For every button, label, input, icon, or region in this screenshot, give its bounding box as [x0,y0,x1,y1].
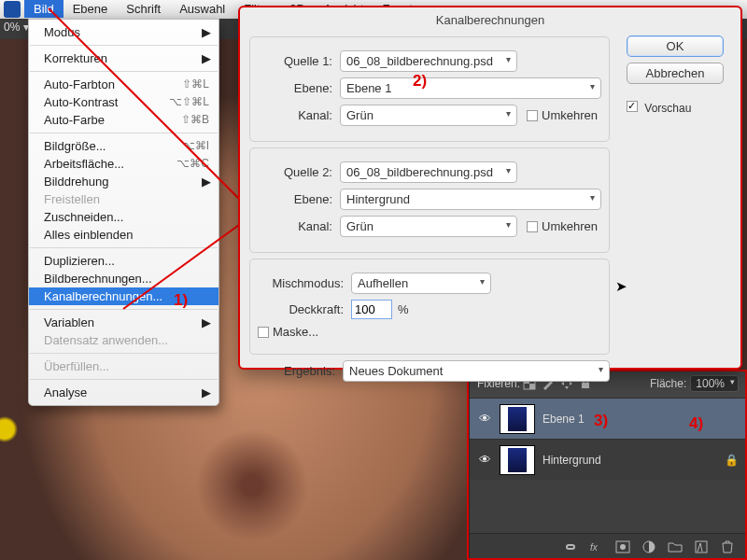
adjustment-icon[interactable] [641,539,657,555]
source1-invert-checkbox[interactable] [527,110,538,121]
layer-row-hintergrund[interactable]: 👁 Hintergrund 🔒 [470,439,746,480]
blend-mode-select[interactable]: Aufhellen [351,273,491,294]
annotation-2: 2) [413,73,427,89]
preview-checkbox[interactable] [627,101,638,112]
visibility-icon[interactable]: 👁 [477,453,492,467]
layer-name[interactable]: Hintergrund [543,454,725,467]
menu-item[interactable]: Alles einblenden [29,226,218,244]
percent-label: % [398,302,409,316]
menu-item[interactable]: Analyse▶ [29,384,218,401]
menu-item[interactable]: Auto-Farbe⇧⌘B [29,111,218,129]
blend-label: Mischmodus: [258,276,344,290]
layer-thumbnail [500,404,535,434]
lock-icon: 🔒 [725,454,739,467]
app-icon [4,1,21,18]
result-label: Ergebnis: [249,364,335,378]
menu-item[interactable]: Bildgröße...⌥⌘I [29,137,218,155]
menu-item: Freistellen [29,190,218,208]
source1-layer-select[interactable]: Ebene 1 [340,77,601,99]
menu-auswahl[interactable]: Auswahl [170,0,234,18]
zoom-percent[interactable]: 0% ▾ [4,21,29,34]
menu-item[interactable]: Korrekturen▶ [29,49,218,67]
svg-rect-2 [529,384,535,389]
mask-label: Maske... [273,325,318,339]
mask-checkbox[interactable] [258,327,269,338]
result-select[interactable]: Neues Dokument [343,360,610,382]
source1-file-select[interactable]: 06_08_bildberechnung.psd [340,50,517,72]
layer-thumbnail [500,445,535,475]
annotation-3: 3) [594,413,608,428]
source1-invert-label: Umkehren [542,108,598,122]
layers-bottom-bar: fx [470,533,746,559]
source1-panel: Quelle 1: 06_08_bildberechnung.psd Ebene… [249,36,610,142]
source2-layer-label: Ebene: [258,192,332,206]
menu-item[interactable]: Kanalberechnungen... [29,287,218,305]
menu-item[interactable]: Bildberechnungen... [29,270,218,287]
svg-point-6 [620,544,626,550]
opacity-label: Deckkraft: [258,302,344,316]
bild-dropdown: Modus▶Korrekturen▶Auto-Farbton⇧⌘LAuto-Ko… [28,19,219,406]
dialog-title: Kanalberechnungen [240,7,740,31]
blend-panel: Mischmodus: Aufhellen Deckkraft: % Maske… [249,259,610,355]
source2-label: Quelle 2: [258,165,332,179]
source1-label: Quelle 1: [258,54,332,68]
menu-item[interactable]: Auto-Kontrast⌥⇧⌘L [29,93,218,111]
dialog-buttons: OK Abbrechen Vorschau [619,35,731,115]
source2-layer-select[interactable]: Hintergrund [340,189,601,210]
annotation-4: 4) [689,415,703,431]
fx-icon[interactable]: fx [588,539,605,555]
link-icon[interactable] [562,539,579,555]
preview-label: Vorschau [644,102,691,115]
fill-select[interactable]: 100% [690,375,739,392]
svg-text:fx: fx [590,542,599,553]
menu-ebene[interactable]: Ebene [63,0,118,18]
menu-item[interactable]: Zuschneiden... [29,208,218,226]
new-layer-icon[interactable] [693,539,710,555]
menu-item: Datensatz anwenden... [29,331,218,349]
group-icon[interactable] [667,539,684,555]
source2-channel-label: Kanal: [258,219,332,233]
source2-file-select[interactable]: 06_08_bildberechnung.psd [340,161,517,183]
source2-channel-select[interactable]: Grün [340,216,517,237]
menu-schrift[interactable]: Schrift [117,0,170,18]
opacity-input[interactable] [351,300,392,319]
source2-invert-checkbox[interactable] [527,221,538,232]
source1-channel-label: Kanal: [258,108,332,122]
annotation-1: 1) [174,292,188,308]
menu-item[interactable]: Variablen▶ [29,314,218,331]
menu-item[interactable]: Bilddrehung▶ [29,173,218,190]
source1-channel-select[interactable]: Grün [340,105,517,126]
trash-icon[interactable] [719,539,736,555]
calculations-dialog: Kanalberechnungen Quelle 1: 06_08_bildbe… [238,6,742,370]
source1-layer-label: Ebene: [258,81,332,95]
source2-panel: Quelle 2: 06_08_bildberechnung.psd Ebene… [249,147,610,253]
menu-item[interactable]: Modus▶ [29,23,218,41]
source2-invert-label: Umkehren [542,219,598,233]
fill-label: Fläche: [650,377,686,390]
cancel-button[interactable]: Abbrechen [627,63,724,84]
ok-button[interactable]: OK [627,35,724,57]
mask-icon[interactable] [614,539,631,555]
layers-panel: Fixieren: Fläche: 100% 👁 Ebene 1 👁 Hinte… [469,370,747,560]
menu-item: Überfüllen... [29,357,218,375]
visibility-icon[interactable]: 👁 [477,412,492,426]
cursor-icon: ➤ [615,278,627,295]
svg-rect-3 [582,383,589,388]
layer-name[interactable]: Ebene 1 [543,413,739,426]
menu-item[interactable]: Arbeitsfläche...⌥⌘C [29,155,218,173]
